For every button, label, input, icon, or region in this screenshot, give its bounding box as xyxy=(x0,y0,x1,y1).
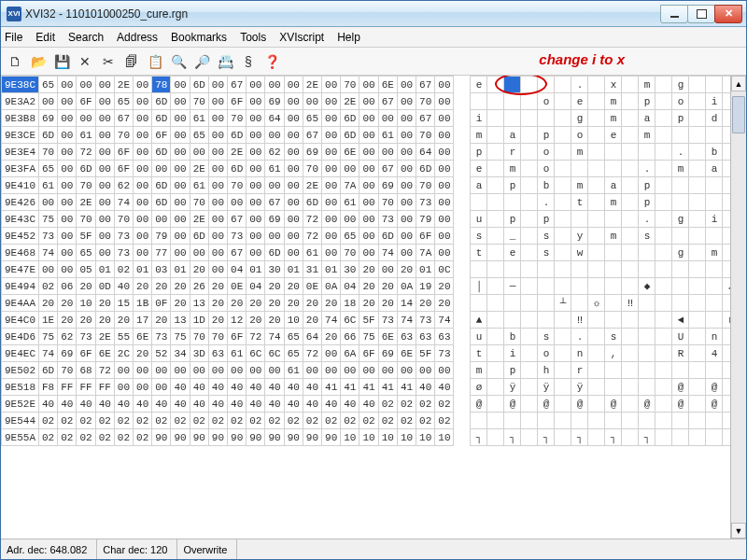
ascii-char[interactable] xyxy=(706,295,723,312)
hex-byte[interactable]: 73 xyxy=(416,194,435,211)
ascii-char[interactable] xyxy=(689,429,706,446)
ascii-char[interactable] xyxy=(487,77,504,93)
hex-byte[interactable]: 40 xyxy=(152,396,171,413)
hex-byte[interactable]: 20 xyxy=(77,278,95,295)
hex-byte[interactable]: 00 xyxy=(322,144,341,161)
hex-byte[interactable]: FF xyxy=(58,379,77,396)
hex-byte[interactable]: 90 xyxy=(228,429,247,446)
ascii-char[interactable]: ─ xyxy=(504,278,521,295)
hex-byte[interactable]: 20 xyxy=(435,295,454,312)
hex-byte[interactable]: 00 xyxy=(247,228,265,245)
ascii-char[interactable] xyxy=(655,278,672,295)
ascii-char[interactable]: . xyxy=(538,194,555,211)
hex-byte[interactable]: 00 xyxy=(435,228,454,245)
hex-byte[interactable]: 00 xyxy=(152,362,171,379)
hex-byte[interactable]: 00 xyxy=(134,161,152,177)
address-cell[interactable]: 9E518 xyxy=(2,379,39,396)
ascii-char[interactable]: ▲ xyxy=(471,312,487,329)
ascii-char[interactable] xyxy=(555,161,571,177)
hex-byte[interactable]: 00 xyxy=(134,77,152,93)
hex-byte[interactable]: 00 xyxy=(171,228,190,245)
hex-byte[interactable]: 67 xyxy=(228,77,247,93)
hex-byte[interactable]: 40 xyxy=(77,396,95,413)
ascii-char[interactable]: p xyxy=(504,211,521,228)
hex-byte[interactable]: 02 xyxy=(95,413,114,429)
cut-icon[interactable]: ✂ xyxy=(98,51,119,72)
hex-byte[interactable]: 61 xyxy=(228,345,247,362)
ascii-char[interactable] xyxy=(723,245,730,261)
hex-byte[interactable]: 00 xyxy=(397,194,416,211)
ascii-char[interactable] xyxy=(706,261,723,278)
hex-byte[interactable]: 00 xyxy=(322,228,341,245)
ascii-char[interactable]: ÿ xyxy=(571,379,588,396)
hex-byte[interactable]: 17 xyxy=(134,312,152,329)
hex-byte[interactable]: 61 xyxy=(265,161,284,177)
hex-byte[interactable]: 00 xyxy=(95,211,114,228)
hex-byte[interactable]: 74 xyxy=(378,245,397,261)
hex-byte[interactable]: 1D xyxy=(190,312,208,329)
hex-byte[interactable]: 67 xyxy=(378,161,397,177)
hex-byte[interactable]: 69 xyxy=(265,93,284,110)
ascii-char[interactable] xyxy=(521,261,538,278)
ascii-char[interactable]: R xyxy=(672,345,689,362)
hex-byte[interactable]: 03 xyxy=(152,261,171,278)
menu-tools[interactable]: Tools xyxy=(240,31,266,44)
hex-byte[interactable]: 13 xyxy=(190,295,208,312)
ascii-char[interactable] xyxy=(655,177,672,194)
hex-byte[interactable]: 73 xyxy=(152,329,171,345)
find-replace-icon[interactable]: 🔎 xyxy=(191,51,212,72)
hex-byte[interactable]: 00 xyxy=(397,93,416,110)
ascii-char[interactable] xyxy=(689,362,706,379)
ascii-char[interactable]: d xyxy=(706,110,723,127)
save-icon[interactable]: 💾 xyxy=(51,51,72,72)
ascii-char[interactable] xyxy=(571,413,588,429)
hex-byte[interactable]: 00 xyxy=(247,93,265,110)
ascii-char[interactable] xyxy=(622,312,639,329)
hex-byte[interactable]: 6D xyxy=(265,245,284,261)
hex-byte[interactable]: 20 xyxy=(322,295,341,312)
ascii-char[interactable]: p xyxy=(471,144,487,161)
ascii-char[interactable]: m xyxy=(605,228,622,245)
hex-byte[interactable]: 00 xyxy=(284,228,303,245)
hex-byte[interactable]: 00 xyxy=(265,177,284,194)
hex-byte[interactable]: 61 xyxy=(378,127,397,144)
ascii-char[interactable] xyxy=(655,362,672,379)
ascii-char[interactable]: b xyxy=(538,177,555,194)
hex-byte[interactable]: 69 xyxy=(58,345,77,362)
ascii-char[interactable]: ┐ xyxy=(571,429,588,446)
hex-byte[interactable]: 00 xyxy=(378,362,397,379)
hex-byte[interactable]: 6F xyxy=(77,93,95,110)
ascii-char[interactable]: a xyxy=(471,177,487,194)
ascii-char[interactable] xyxy=(672,295,689,312)
hex-byte[interactable]: 90 xyxy=(303,429,321,446)
hex-byte[interactable]: 00 xyxy=(77,77,95,93)
ascii-char[interactable] xyxy=(639,413,655,429)
hex-byte[interactable]: 69 xyxy=(265,211,284,228)
ascii-char[interactable] xyxy=(622,127,639,144)
ascii-char[interactable]: m xyxy=(471,127,487,144)
ascii-char[interactable]: n xyxy=(706,329,723,345)
ascii-char[interactable] xyxy=(689,177,706,194)
ascii-char[interactable] xyxy=(504,413,521,429)
ascii-char[interactable] xyxy=(689,379,706,396)
hex-byte[interactable]: 20 xyxy=(58,312,77,329)
ascii-char[interactable]: i xyxy=(504,345,521,362)
hex-byte[interactable]: 61 xyxy=(39,177,58,194)
ascii-char[interactable] xyxy=(605,379,622,396)
ascii-char[interactable]: @ xyxy=(639,396,655,413)
ascii-char[interactable]: m xyxy=(605,93,622,110)
hex-byte[interactable]: 20 xyxy=(77,312,95,329)
ascii-char[interactable] xyxy=(622,362,639,379)
hex-byte[interactable]: 40 xyxy=(247,379,265,396)
hex-byte[interactable]: 65 xyxy=(284,329,303,345)
hex-byte[interactable]: 02 xyxy=(190,413,208,429)
hex-byte[interactable]: 00 xyxy=(208,144,227,161)
ascii-char[interactable] xyxy=(555,345,571,362)
ascii-char[interactable] xyxy=(538,413,555,429)
hex-byte[interactable]: 00 xyxy=(58,177,77,194)
ascii-char[interactable] xyxy=(672,177,689,194)
hex-byte[interactable]: 00 xyxy=(284,177,303,194)
hex-byte[interactable]: 00 xyxy=(247,194,265,211)
ascii-char[interactable] xyxy=(672,362,689,379)
hex-byte[interactable]: 75 xyxy=(171,329,190,345)
